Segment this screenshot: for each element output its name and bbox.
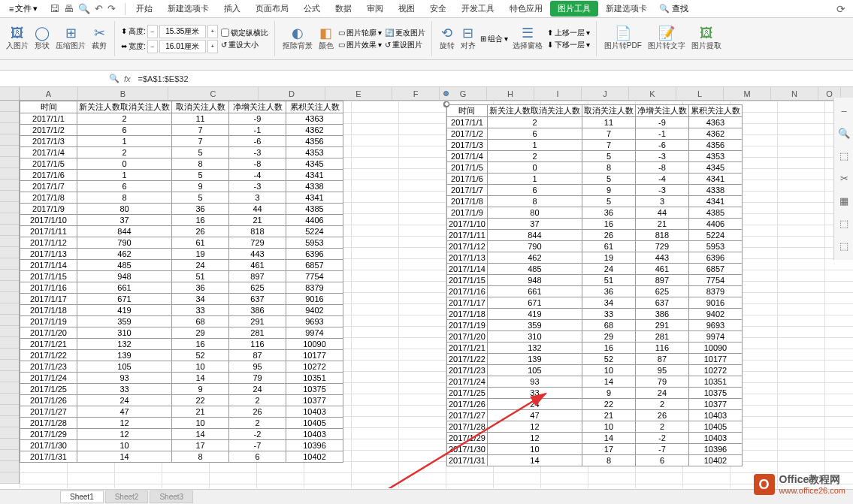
ribbon-tab[interactable]: 图片工具 — [550, 1, 598, 17]
table-cell[interactable]: 51 — [582, 275, 635, 286]
table-row[interactable]: 2017/1/425-34353 — [447, 151, 743, 162]
table-cell[interactable]: 462 — [77, 249, 172, 260]
table-cell[interactable]: 10377 — [688, 399, 742, 410]
table-cell[interactable]: 36 — [582, 207, 635, 219]
table-cell[interactable]: 359 — [77, 316, 172, 327]
table-cell[interactable]: -6 — [635, 140, 688, 151]
table-cell[interactable]: 4341 — [688, 196, 742, 207]
table-cell[interactable]: 948 — [487, 275, 582, 286]
table-cell[interactable]: 16 — [172, 339, 229, 350]
table-cell[interactable]: 24 — [635, 388, 688, 399]
table-cell[interactable]: 87 — [635, 354, 688, 365]
table-cell[interactable]: 2017/1/17 — [447, 297, 488, 309]
table-cell[interactable]: 2017/1/21 — [447, 343, 488, 354]
table-cell[interactable]: 22 — [172, 395, 229, 406]
table-cell[interactable]: 2017/1/23 — [20, 361, 77, 373]
table-cell[interactable]: 2017/1/18 — [20, 305, 77, 316]
table-cell[interactable]: 462 — [487, 252, 582, 264]
table-cell[interactable]: 10090 — [688, 343, 742, 354]
print-icon[interactable]: 🖶 — [64, 3, 74, 14]
preview-icon[interactable]: 🔍 — [78, 3, 90, 14]
table-cell[interactable]: 844 — [487, 230, 582, 241]
table-cell[interactable]: 116 — [229, 339, 286, 350]
table-cell[interactable]: 2017/1/4 — [447, 151, 488, 162]
table-cell[interactable]: 5 — [172, 147, 229, 158]
resize-handle-r[interactable] — [444, 101, 449, 107]
table-cell[interactable]: -7 — [635, 444, 688, 455]
table-cell[interactable]: 729 — [229, 237, 286, 249]
table-cell[interactable]: 139 — [487, 354, 582, 365]
side-tool-icon[interactable]: ⬚ — [836, 149, 851, 164]
width-input[interactable] — [159, 40, 206, 53]
table-cell[interactable]: 10403 — [688, 433, 742, 444]
table-cell[interactable]: 6396 — [286, 249, 343, 260]
table-cell[interactable]: 139 — [77, 350, 172, 361]
table-cell[interactable]: 10 — [487, 444, 582, 455]
width-dec[interactable]: – — [147, 40, 158, 53]
table-cell[interactable]: 0 — [77, 158, 172, 170]
table-cell[interactable]: 661 — [487, 286, 582, 297]
column-header[interactable]: L — [676, 87, 724, 100]
table-row[interactable]: 2017/1/211321611610090 — [447, 343, 743, 354]
table-cell[interactable]: 6 — [77, 125, 172, 136]
table-row[interactable]: 2017/1/615-44341 — [20, 170, 343, 181]
table-cell[interactable]: 485 — [487, 264, 582, 275]
row-header[interactable] — [0, 303, 19, 315]
table-cell[interactable]: 3 — [635, 196, 688, 207]
width-inc[interactable]: + — [207, 40, 218, 53]
search-label[interactable]: 查找 — [672, 4, 688, 13]
table-cell[interactable]: 36 — [172, 204, 229, 215]
table-cell[interactable]: 4338 — [286, 181, 343, 192]
remove-bg-button[interactable]: ◐抠除背景 — [281, 26, 314, 51]
table-cell[interactable]: 948 — [77, 271, 172, 282]
table-cell[interactable]: 6396 — [688, 252, 742, 264]
table-cell[interactable]: 2017/1/12 — [20, 237, 77, 249]
table-cell[interactable]: 4385 — [688, 207, 742, 219]
table-cell[interactable]: 2017/1/1 — [447, 117, 488, 128]
table-row[interactable]: 2017/1/31148610402 — [20, 451, 343, 463]
table-row[interactable]: 2017/1/281210210405 — [447, 421, 743, 433]
table-cell[interactable]: 105 — [77, 361, 172, 373]
table-row[interactable]: 2017/1/253392410375 — [447, 388, 743, 399]
row-header[interactable] — [0, 349, 19, 360]
table-cell[interactable]: 7754 — [688, 275, 742, 286]
table-row[interactable]: 2017/1/23105109510272 — [20, 361, 343, 373]
table-cell[interactable]: 24 — [229, 384, 286, 395]
row-header[interactable] — [0, 191, 19, 202]
table-cell[interactable]: 7 — [582, 128, 635, 140]
table-cell[interactable]: 52 — [582, 354, 635, 365]
row-header[interactable] — [0, 180, 19, 191]
table-row[interactable]: 2017/1/317-64356 — [20, 136, 343, 147]
side-tool-icon[interactable]: ⬚ — [836, 216, 851, 231]
row-header[interactable] — [0, 337, 19, 349]
table-cell[interactable]: 5224 — [688, 230, 742, 241]
table-cell[interactable]: 2017/1/13 — [447, 252, 488, 264]
table-row[interactable]: 2017/1/281210210405 — [20, 418, 343, 429]
table-row[interactable]: 2017/1/301017-710396 — [447, 444, 743, 455]
column-header[interactable]: I — [534, 87, 582, 100]
table-cell[interactable]: 8 — [582, 162, 635, 174]
table-cell[interactable]: 4362 — [286, 125, 343, 136]
table-cell[interactable]: 2017/1/20 — [447, 331, 488, 343]
table-cell[interactable]: 9 — [172, 384, 229, 395]
table-cell[interactable]: 116 — [635, 343, 688, 354]
table-cell[interactable]: 4345 — [286, 158, 343, 170]
table-cell[interactable]: 21 — [582, 410, 635, 421]
table-cell[interactable]: 4345 — [688, 162, 742, 174]
table-cell[interactable]: 10396 — [688, 444, 742, 455]
table-cell[interactable]: 2017/1/22 — [447, 354, 488, 365]
table-cell[interactable]: 2017/1/25 — [20, 384, 77, 395]
table-row[interactable]: 2017/1/22139528710177 — [20, 350, 343, 361]
ribbon-tab[interactable]: 审阅 — [359, 1, 391, 17]
table-cell[interactable]: 443 — [229, 249, 286, 260]
table-row[interactable]: 2017/1/17671346379016 — [447, 297, 743, 309]
table-cell[interactable]: 310 — [77, 327, 172, 339]
table-row[interactable]: 2017/1/508-84345 — [20, 158, 343, 170]
table-cell[interactable]: 2017/1/14 — [447, 264, 488, 275]
table-cell[interactable]: 2017/1/19 — [447, 320, 488, 331]
row-header[interactable] — [0, 213, 19, 225]
row-header[interactable] — [0, 157, 19, 168]
table-cell[interactable]: 8 — [487, 196, 582, 207]
ribbon-tab[interactable]: 数据 — [328, 1, 359, 17]
table-row[interactable]: 2017/1/103716214406 — [447, 219, 743, 230]
